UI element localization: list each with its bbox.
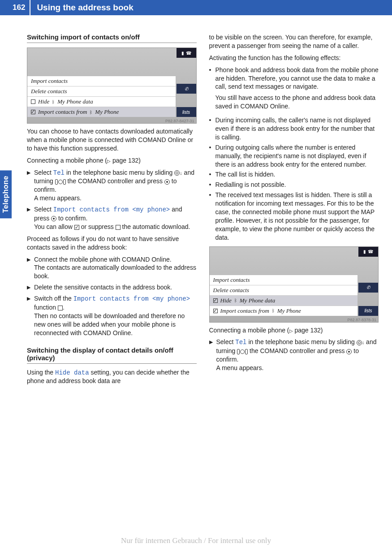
menu-ref-import: Import contacts from <my phone> bbox=[53, 206, 170, 213]
triangle-icon: ▷ bbox=[289, 328, 293, 333]
controller-slide-icon bbox=[357, 340, 362, 345]
screenshot-caption: P82.87-8378-31 bbox=[347, 318, 376, 322]
paragraph: Activating the function has the followin… bbox=[209, 54, 379, 62]
step-item: ▶ Select Tel in the telephone basic menu… bbox=[209, 338, 379, 372]
triangle-icon: ▶ bbox=[27, 294, 34, 337]
menu-ref-tel: Tel bbox=[53, 169, 65, 177]
right-column: to be visible on the screen. You can the… bbox=[209, 33, 379, 389]
menu-item: Delete contacts bbox=[27, 86, 176, 96]
checkbox-off-icon bbox=[116, 225, 121, 230]
step-result: The contacts are automatically downloade… bbox=[34, 263, 197, 280]
triangle-icon: ▶ bbox=[27, 168, 34, 203]
checkbox-off-icon bbox=[58, 306, 63, 310]
left-column: Switching import of contacts on/off ▮☎ ✆… bbox=[27, 33, 197, 389]
paragraph: Using the Hide data setting, you can dec… bbox=[27, 368, 197, 386]
controller-press-icon bbox=[51, 216, 56, 221]
paragraph: Proceed as follows if you do not want to… bbox=[27, 235, 197, 252]
step-item: ▶ Connect the mobile phone with COMAND O… bbox=[27, 255, 197, 281]
paragraph: Connecting a mobile phone (▷ page 132) bbox=[27, 156, 197, 165]
menu-item: Import contacts from ᛒ My Phone bbox=[210, 306, 358, 316]
step-result: Then no contacts will be downloaded and … bbox=[34, 312, 197, 337]
menu-ref-hide-data: Hide data bbox=[55, 369, 89, 376]
triangle-icon: ▶ bbox=[209, 338, 216, 372]
watermark-text: Nur für internen Gebrauch / For internal… bbox=[0, 536, 392, 545]
phone-side-icon: ✆ bbox=[177, 84, 196, 94]
heading-privacy: Switching the display of contact details… bbox=[27, 346, 197, 364]
menu-item-selected: Hide ᛒ My Phone data bbox=[210, 295, 358, 306]
bullet-item: • Phone book and address book data from … bbox=[209, 66, 379, 114]
screenshot-menu: Import contacts Delete contacts Hide ᛒ M… bbox=[210, 275, 358, 316]
paragraph: You can choose to have contacts download… bbox=[27, 127, 197, 153]
controller-turn-icon bbox=[55, 179, 66, 185]
screenshot-menu: Import contacts Delete contacts Hide ᛒ M… bbox=[27, 76, 176, 117]
controller-turn-icon bbox=[237, 349, 248, 354]
controller-press-icon bbox=[346, 349, 352, 354]
page-header: 162 Using the address book bbox=[0, 0, 392, 15]
checkbox-on-icon bbox=[74, 225, 79, 230]
menu-item: Import contacts bbox=[210, 275, 358, 285]
comand-screenshot-hide: ▮☎ ✆ lists Import contacts Delete contac… bbox=[209, 246, 379, 323]
triangle-icon: ▷ bbox=[107, 159, 111, 164]
status-bar-icons: ▮☎ bbox=[358, 247, 378, 257]
page-number: 162 bbox=[0, 0, 30, 15]
bullet-icon: • bbox=[209, 191, 215, 241]
bullet-item: • The call list is hidden. bbox=[209, 170, 379, 179]
paragraph: to be visible on the screen. You can the… bbox=[209, 33, 379, 50]
status-bar-icons: ▮☎ bbox=[177, 48, 196, 58]
menu-item: Hide ᛒ My Phone data bbox=[27, 96, 176, 107]
triangle-icon: ▶ bbox=[27, 283, 34, 292]
step-item: ▶ Switch off the Import contacts from <m… bbox=[27, 294, 197, 337]
menu-ref-import: Import contacts from <my phone> bbox=[73, 295, 190, 302]
triangle-icon: ▶ bbox=[27, 205, 34, 231]
bullet-item: • During incoming calls, the caller's na… bbox=[209, 116, 379, 142]
bullet-item: • Redialling is not possible. bbox=[209, 181, 379, 189]
bullet-icon: • bbox=[209, 181, 215, 189]
controller-press-icon bbox=[164, 179, 170, 185]
bullet-icon: • bbox=[209, 66, 215, 114]
menu-item-selected: Import contacts from ᛒ My Phone bbox=[27, 107, 176, 117]
step-result: A menu appears. bbox=[34, 194, 197, 203]
step-result: A menu appears. bbox=[216, 364, 379, 372]
bullet-icon: • bbox=[209, 170, 215, 179]
controller-slide-icon bbox=[174, 170, 180, 176]
phone-side-icon: ✆ bbox=[358, 283, 378, 293]
step-item: ▶ Select Import contacts from <my phone>… bbox=[27, 205, 197, 231]
paragraph: Connecting a mobile phone (▷ page 132) bbox=[209, 326, 379, 335]
triangle-icon: ▶ bbox=[27, 255, 34, 281]
bullet-subtext: You still have access to the phone and a… bbox=[215, 94, 379, 111]
step-item: ▶ Delete the sensitive contacts in the a… bbox=[27, 283, 197, 292]
screenshot-caption: P82.87-8427-31 bbox=[165, 119, 194, 123]
lists-button: lists bbox=[358, 306, 378, 316]
step-result: You can allow or suppress the automatic … bbox=[34, 223, 197, 231]
comand-screenshot-import: ▮☎ ✆ lists Import contacts Delete contac… bbox=[27, 47, 197, 124]
section-tab-telephone: Telephone bbox=[0, 170, 12, 218]
menu-ref-tel: Tel bbox=[235, 339, 246, 346]
menu-item: Delete contacts bbox=[210, 285, 358, 295]
lists-button: lists bbox=[177, 107, 196, 117]
heading-import-switch: Switching import of contacts on/off bbox=[27, 33, 197, 43]
bullet-item: • The received text messages list is hid… bbox=[209, 191, 379, 241]
menu-item: Import contacts bbox=[27, 76, 176, 86]
header-title: Using the address book bbox=[30, 3, 133, 13]
step-item: ▶ Select Tel in the telephone basic menu… bbox=[27, 168, 197, 203]
bullet-icon: • bbox=[209, 116, 215, 142]
bullet-icon: • bbox=[209, 143, 215, 169]
bullet-item: • During outgoing calls where the number… bbox=[209, 143, 379, 169]
